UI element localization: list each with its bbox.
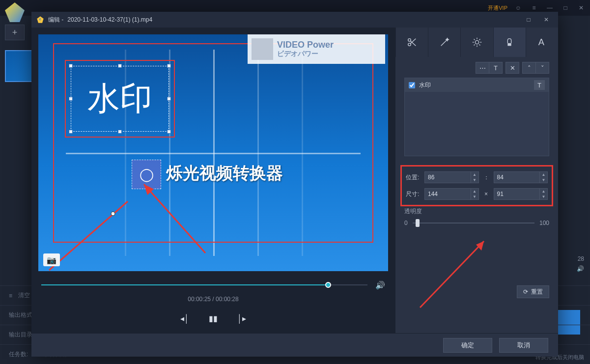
size-h-input[interactable]: ▲▼: [494, 188, 548, 200]
position-x-input[interactable]: ▲▼: [424, 171, 479, 183]
bg-duration-text: 28: [577, 255, 584, 262]
watermark-list-item[interactable]: 水印 T: [405, 78, 549, 92]
svg-line-9: [410, 39, 416, 44]
bg-maximize-button[interactable]: □: [561, 4, 570, 11]
tool-tabs: A: [395, 28, 558, 57]
reset-label: 重置: [531, 288, 543, 296]
size-label: 尺寸:: [406, 190, 421, 198]
video-canvas[interactable]: VIDEO Powerビデオパワー 水印 ◯: [38, 34, 388, 271]
modal-maximize-button[interactable]: □: [522, 13, 535, 27]
bg-close-button[interactable]: ✕: [576, 4, 586, 11]
watermark-list: 水印 T: [404, 78, 549, 156]
brand-line2: ビデオパワー: [277, 50, 334, 57]
svg-line-19: [479, 39, 480, 40]
spin-down-icon[interactable]: ▼: [471, 194, 478, 199]
clapperboard-icon: [252, 38, 273, 60]
tab-effects[interactable]: [428, 28, 460, 57]
modal-filename: 2020-11-03-10-42-37(1) (1).mp4: [67, 16, 152, 23]
tab-text[interactable]: A: [526, 28, 558, 57]
annotation-arrow-icon: [410, 234, 504, 312]
opacity-label: 透明度: [404, 207, 549, 216]
position-separator: ：: [483, 173, 490, 182]
cancel-button[interactable]: 取消: [499, 338, 548, 353]
time-total: 00:00:28: [216, 296, 239, 303]
watermark-item-label: 水印: [419, 81, 431, 89]
position-y-input[interactable]: ▲▼: [494, 171, 548, 183]
tab-adjust[interactable]: [460, 28, 493, 57]
center-label: 烁光视频转换器: [166, 162, 283, 185]
watermark-text: 水印: [67, 62, 173, 136]
svg-line-8: [410, 41, 416, 46]
position-size-group: 位置: ▲▼ ： ▲▼ 尺寸: ▲▼ × ▲▼: [400, 165, 553, 206]
snapshot-icon[interactable]: 📷: [43, 253, 60, 266]
opacity-thumb[interactable]: [416, 219, 420, 227]
editor-modal: 编辑 - 2020-11-03-10-42-37(1) (1).mp4 □ ✕ …: [31, 12, 558, 357]
output-format-label: 输出格式: [9, 311, 32, 319]
spin-up-icon[interactable]: ▲: [471, 189, 478, 194]
opacity-max: 100: [539, 220, 549, 226]
svg-text:A: A: [538, 37, 545, 47]
reset-button[interactable]: ⟳重置: [517, 285, 549, 298]
spin-up-icon[interactable]: ▲: [540, 172, 547, 177]
volume-icon[interactable]: 🔊: [375, 280, 385, 290]
text-type-icon[interactable]: T: [534, 80, 545, 90]
ok-button[interactable]: 确定: [443, 338, 492, 353]
svg-point-11: [475, 40, 478, 44]
svg-rect-20: [508, 43, 511, 46]
center-icon[interactable]: ◯: [132, 160, 161, 189]
video-brand-overlay: VIDEO Powerビデオパワー: [248, 34, 385, 64]
spin-up-icon[interactable]: ▲: [471, 172, 478, 177]
watermark-enable-checkbox[interactable]: [409, 82, 415, 88]
bg-volume-icon[interactable]: 🔊: [577, 265, 584, 272]
move-up-button[interactable]: ˄: [522, 62, 536, 74]
seek-track[interactable]: [41, 284, 367, 285]
watermark-toolbar: ⋯ T ✕ ˄ ˅: [395, 57, 558, 78]
modal-footer: 确定 取消: [31, 333, 558, 357]
center-overlay[interactable]: ◯ 烁光视频转换器: [132, 157, 318, 196]
spin-up-icon[interactable]: ▲: [540, 189, 547, 194]
vip-link[interactable]: 开通VIP: [488, 4, 507, 12]
modal-title-prefix: 编辑 -: [48, 16, 63, 24]
user-icon[interactable]: ☺: [513, 4, 523, 11]
svg-marker-23: [476, 241, 484, 251]
spin-down-icon[interactable]: ▼: [540, 177, 547, 183]
properties-panel: A ⋯ T ✕ ˄ ˅ 水印 T 位置:: [395, 28, 558, 333]
brand-line1: VIDEO Power: [277, 40, 334, 50]
tab-trim[interactable]: [395, 28, 428, 57]
play-pause-button[interactable]: ▮▮: [206, 311, 220, 325]
clear-list-button[interactable]: 清空: [18, 291, 30, 300]
prev-frame-button[interactable]: ◂│: [178, 311, 192, 325]
svg-line-17: [479, 45, 480, 46]
reset-icon: ⟳: [523, 288, 528, 295]
spin-down-icon[interactable]: ▼: [540, 194, 547, 199]
move-down-button[interactable]: ˅: [535, 62, 549, 74]
svg-line-10: [441, 40, 447, 46]
tasks-label: 任务数:: [9, 350, 28, 359]
bg-minimize-button[interactable]: —: [545, 4, 555, 11]
output-dir-label: 输出目录: [9, 331, 32, 339]
spin-down-icon[interactable]: ▼: [471, 177, 478, 183]
seek-thumb[interactable]: [325, 282, 331, 288]
svg-marker-0: [37, 16, 43, 23]
add-button[interactable]: +: [5, 25, 25, 40]
svg-line-18: [474, 45, 475, 46]
delete-watermark-button[interactable]: ✕: [506, 62, 519, 74]
opacity-min: 0: [404, 220, 408, 226]
modal-close-button[interactable]: ✕: [539, 13, 553, 27]
tab-watermark[interactable]: [493, 28, 526, 57]
editor-logo-icon: [36, 16, 44, 24]
next-frame-button[interactable]: │▸: [235, 311, 249, 325]
add-text-watermark-button[interactable]: T: [489, 62, 503, 74]
watermark-selection[interactable]: 水印: [67, 62, 173, 136]
preview-pane: VIDEO Powerビデオパワー 水印 ◯: [31, 28, 395, 333]
menu-icon[interactable]: ≡: [529, 4, 539, 11]
bg-right-info: 28 🔊: [577, 255, 584, 272]
opacity-slider[interactable]: [413, 223, 534, 224]
timeline: 🔊 00:00:25 / 00:00:28 ◂│ ▮▮ │▸: [31, 275, 395, 333]
svg-line-16: [474, 39, 475, 40]
size-w-input[interactable]: ▲▼: [424, 188, 479, 200]
modal-titlebar: 编辑 - 2020-11-03-10-42-37(1) (1).mp4 □ ✕: [31, 12, 558, 28]
more-button[interactable]: ⋯: [476, 62, 489, 74]
time-current: 00:00:25: [188, 296, 211, 303]
opacity-group: 透明度 0 100: [404, 207, 549, 226]
